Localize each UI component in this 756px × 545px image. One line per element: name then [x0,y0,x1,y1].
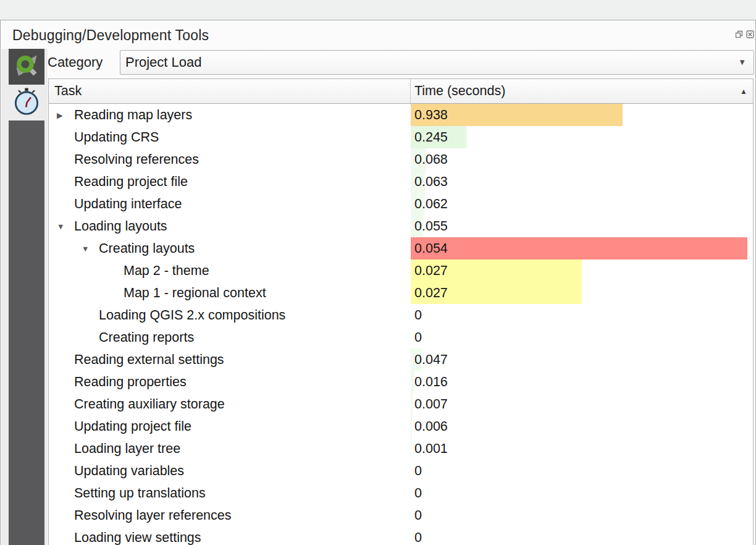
close-icon[interactable] [746,30,754,38]
tree-expander-icon[interactable] [106,293,124,294]
table-row[interactable]: ▼ Creating layouts 0.054 [49,237,753,260]
tree-expander-icon[interactable] [57,471,74,471]
table-row[interactable]: Setting up translations 0 [49,482,753,504]
tree-expander-icon[interactable] [57,137,74,138]
task-name: Updating project file [74,419,191,434]
application-background-strip [0,0,756,20]
time-cell[interactable]: 0.938 [411,104,753,126]
time-cell[interactable]: 0.062 [411,193,753,215]
sidebar-tab-profiler[interactable] [9,85,44,120]
table-row[interactable]: Updating interface 0.062 [49,193,753,215]
tree-expander-icon[interactable] [57,382,74,382]
tree-expander-icon[interactable] [57,404,74,405]
task-name: Reading project file [74,174,188,190]
column-header-time[interactable]: Time (seconds) ▲ [411,79,753,103]
float-window-icon[interactable] [735,30,743,38]
tree-expander-icon[interactable] [82,337,99,338]
time-cell[interactable]: 0.054 [411,237,753,260]
sidebar-tab-qgis-logo[interactable] [9,49,44,85]
time-cell[interactable]: 0.001 [411,437,753,460]
task-cell[interactable]: Reading external settings [49,349,411,371]
table-row[interactable]: Loading layer tree 0.001 [49,437,753,460]
task-name: Creating reports [99,330,194,345]
time-cell[interactable]: 0.016 [411,371,753,393]
table-row[interactable]: ▶ Reading map layers 0.938 [49,104,753,126]
time-cell[interactable]: 0 [411,304,753,326]
table-row[interactable]: Resolving references 0.068 [49,148,753,171]
tree-expander-icon[interactable] [57,204,74,205]
table-row[interactable]: ▼ Loading layouts 0.055 [49,215,753,237]
tree-expander-icon[interactable] [57,182,74,182]
table-row[interactable]: Map 2 - theme 0.027 [49,260,753,282]
tree-expander-icon[interactable] [57,449,74,449]
time-cell[interactable]: 0.245 [411,126,753,148]
task-cell[interactable]: ▼ Loading layouts [49,215,411,237]
time-cell[interactable]: 0 [411,526,753,545]
tree-expander-icon[interactable] [82,315,99,316]
debugging-tools-panel: Debugging/Development Tools [0,20,756,545]
tree-expander-icon[interactable] [57,426,74,427]
tree-expander-icon[interactable] [57,360,74,360]
time-cell[interactable]: 0 [411,326,753,349]
tree-expander-icon[interactable] [106,271,124,271]
task-cell[interactable]: Resolving layer references [49,504,411,526]
profiler-table: Task Time (seconds) ▲ ▶ Reading map laye… [48,78,754,545]
task-cell[interactable]: Updating interface [49,193,411,215]
task-cell[interactable]: Setting up translations [49,482,411,504]
category-dropdown[interactable]: Project Load ▼ [120,50,754,75]
time-value: 0.055 [411,215,753,237]
table-row[interactable]: Reading properties 0.016 [49,371,753,393]
task-cell[interactable]: Reading properties [49,371,411,393]
table-row[interactable]: Updating CRS 0.245 [49,126,753,148]
time-cell[interactable]: 0 [411,504,753,526]
tree-expander-icon[interactable] [57,515,74,516]
time-cell[interactable]: 0.063 [411,171,753,193]
table-row[interactable]: Creating auxiliary storage 0.007 [49,393,753,415]
time-cell[interactable]: 0.027 [411,282,753,304]
task-cell[interactable]: Creating reports [49,326,411,349]
tree-expander-icon[interactable] [57,538,74,538]
table-row[interactable]: Creating reports 0 [49,326,753,349]
time-cell[interactable]: 0 [411,482,753,504]
table-row[interactable]: Resolving layer references 0 [49,504,753,526]
tree-expander-icon[interactable]: ▼ [82,244,99,253]
time-value: 0.063 [411,171,753,193]
time-cell[interactable]: 0.068 [411,148,753,171]
table-row[interactable]: Updating project file 0.006 [49,415,753,437]
task-cell[interactable]: Reading project file [49,171,411,193]
task-cell[interactable]: ▶ Reading map layers [49,104,411,126]
table-row[interactable]: Reading project file 0.063 [49,171,753,193]
time-cell[interactable]: 0.047 [411,349,753,371]
column-header-task[interactable]: Task [49,79,411,103]
task-cell[interactable]: ▼ Creating layouts [49,237,411,260]
task-cell[interactable]: Loading QGIS 2.x compositions [49,304,411,326]
table-row[interactable]: Reading external settings 0.047 [49,349,753,371]
table-row[interactable]: Loading QGIS 2.x compositions 0 [49,304,753,326]
tree-expander-icon[interactable] [57,159,74,160]
time-cell[interactable]: 0.006 [411,415,753,437]
tree-expander-icon[interactable] [57,493,74,494]
task-cell[interactable]: Creating auxiliary storage [49,393,411,415]
task-name: Reading properties [74,374,187,390]
tree-expander-icon[interactable]: ▼ [57,222,74,231]
task-name: Loading layer tree [74,441,180,457]
time-cell[interactable]: 0.007 [411,393,753,415]
task-cell[interactable]: Updating project file [49,415,411,437]
task-cell[interactable]: Updating CRS [49,126,411,148]
table-row[interactable]: Loading view settings 0 [49,526,753,545]
table-row[interactable]: Updating variables 0 [49,460,753,482]
task-cell[interactable]: Map 1 - regional context [49,282,411,304]
sort-ascending-icon[interactable]: ▲ [740,79,747,104]
time-cell[interactable]: 0.055 [411,215,753,237]
task-cell[interactable]: Resolving references [49,148,411,171]
task-cell[interactable]: Loading view settings [49,526,411,545]
task-cell[interactable]: Loading layer tree [49,437,411,460]
task-cell[interactable]: Map 2 - theme [49,260,411,282]
time-cell[interactable]: 0 [411,460,753,482]
table-row[interactable]: Map 1 - regional context 0.027 [49,282,753,304]
task-name: Map 2 - theme [124,263,209,279]
time-cell[interactable]: 0.027 [411,260,753,282]
tree-expander-icon[interactable]: ▶ [57,110,74,120]
task-name: Reading map layers [74,108,192,123]
task-cell[interactable]: Updating variables [49,460,411,482]
